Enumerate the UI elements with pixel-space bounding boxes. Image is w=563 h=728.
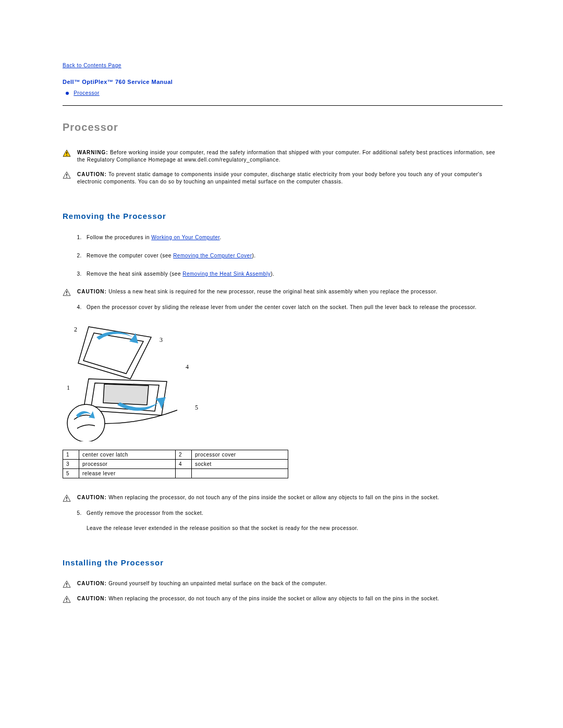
table-row: 1 center cover latch 2 processor cover	[63, 450, 288, 460]
warning-notice: WARNING: Before working inside your comp…	[63, 149, 503, 164]
callout-3: 3	[160, 336, 163, 344]
caution-notice-pins: CAUTION: When replacing the processor, d…	[63, 494, 503, 502]
table-row: 3 processor 4 socket	[63, 460, 288, 469]
heading-removing: Removing the Processor	[63, 212, 503, 220]
svg-rect-7	[66, 291, 67, 293]
removing-steps: Follow the procedures in Working on Your…	[63, 233, 503, 278]
cell-label: processor	[79, 460, 176, 469]
warning-text: WARNING: Before working inside your comp…	[77, 149, 503, 164]
step-3: Remove the heat sink assembly (see Remov…	[83, 270, 503, 278]
cell-label: processor cover	[192, 450, 288, 460]
svg-rect-16	[66, 497, 67, 499]
caution-body: To prevent static damage to components i…	[77, 171, 482, 184]
cell-label: socket	[192, 460, 288, 469]
step-3-before: Remove the heat sink assembly (see	[87, 271, 182, 277]
step-5: Gently remove the processor from the soc…	[83, 509, 503, 532]
manual-title: Dell™ OptiPlex™ 760 Service Manual	[63, 79, 503, 85]
callout-5: 5	[195, 404, 199, 412]
caution-body: When replacing the processor, do not tou…	[108, 596, 439, 601]
step-2: Remove the computer cover (see Removing …	[83, 252, 503, 260]
caution-icon	[63, 494, 75, 502]
caution-notice-ground: CAUTION: Ground yourself by touching an …	[63, 580, 503, 588]
step-5-text: Gently remove the processor from the soc…	[87, 510, 203, 516]
svg-point-14	[67, 404, 105, 441]
svg-rect-2	[66, 155, 67, 156]
cell-num: 3	[63, 460, 79, 469]
processor-diagram: 1 2 3 4 5	[63, 322, 503, 441]
caution-notice-pins-2: CAUTION: When replacing the processor, d…	[63, 595, 503, 603]
caution-icon	[63, 288, 75, 296]
step-1-after: .	[220, 235, 222, 240]
caution-icon	[63, 580, 75, 588]
warning-icon	[63, 149, 75, 157]
caution-text: CAUTION: Unless a new heat sink is requi…	[77, 288, 503, 295]
link-removing-heatsink[interactable]: Removing the Heat Sink Assembly	[182, 271, 271, 277]
removing-steps-cont2: Gently remove the processor from the soc…	[63, 509, 503, 532]
caution-text: CAUTION: Ground yourself by touching an …	[77, 580, 503, 587]
cell-num	[176, 469, 192, 478]
svg-rect-1	[66, 152, 67, 154]
caution-text: CAUTION: When replacing the processor, d…	[77, 494, 503, 501]
cell-num: 2	[176, 450, 192, 460]
caution-label: CAUTION:	[77, 581, 107, 586]
svg-rect-20	[66, 586, 67, 587]
heading-processor: Processor	[63, 121, 503, 133]
caution-icon	[63, 171, 75, 179]
cell-num: 1	[63, 450, 79, 460]
link-removing-cover[interactable]: Removing the Computer Cover	[173, 253, 252, 258]
step-1: Follow the procedures in Working on Your…	[83, 233, 503, 241]
caution-label: CAUTION:	[77, 171, 107, 177]
link-working-on-computer[interactable]: Working on Your Computer	[151, 235, 219, 240]
callout-2: 2	[74, 326, 78, 334]
cell-num: 5	[63, 469, 79, 478]
caution-text: CAUTION: To prevent static damage to com…	[77, 171, 503, 186]
callout-1: 1	[67, 384, 70, 392]
cell-num: 4	[176, 460, 192, 469]
caution-body: Unless a new heat sink is required for t…	[108, 289, 437, 294]
caution-body: When replacing the processor, do not tou…	[108, 495, 439, 500]
caution-label: CAUTION:	[77, 596, 107, 601]
toc-processor-link[interactable]: Processor	[74, 90, 100, 96]
warning-body: Before working inside your computer, rea…	[77, 150, 495, 163]
callout-4: 4	[186, 363, 189, 371]
caution-body: Ground yourself by touching an unpainted…	[108, 581, 327, 586]
svg-rect-4	[66, 174, 67, 176]
divider	[63, 105, 503, 106]
heading-installing: Installing the Processor	[63, 558, 503, 567]
svg-marker-9	[78, 327, 151, 379]
table-row: 5 release lever	[63, 469, 288, 478]
svg-rect-19	[66, 583, 67, 585]
removing-steps-cont: Open the processor cover by sliding the …	[63, 303, 503, 311]
caution-text: CAUTION: When replacing the processor, d…	[77, 595, 503, 602]
cell-label: release lever	[79, 469, 176, 478]
toc-row: Processor	[63, 90, 503, 96]
svg-rect-23	[66, 601, 67, 602]
svg-rect-5	[66, 177, 67, 178]
step-2-after: ).	[252, 253, 255, 258]
cell-label: center cover latch	[79, 450, 176, 460]
svg-rect-8	[66, 294, 67, 295]
svg-rect-17	[66, 500, 67, 501]
step-2-before: Remove the computer cover (see	[87, 253, 173, 258]
caution-label: CAUTION:	[77, 289, 107, 294]
diagram-image: 1 2 3 4 5	[63, 322, 198, 441]
step-1-before: Follow the procedures in	[87, 235, 151, 240]
caution-notice-static: CAUTION: To prevent static damage to com…	[63, 171, 503, 186]
back-to-contents-link[interactable]: Back to Contents Page	[63, 63, 121, 68]
step-3-after: ).	[271, 271, 274, 277]
parts-table: 1 center cover latch 2 processor cover 3…	[63, 450, 288, 478]
warning-label: WARNING:	[77, 150, 108, 155]
caution-notice-heatsink: CAUTION: Unless a new heat sink is requi…	[63, 288, 503, 296]
caution-icon	[63, 595, 75, 603]
caution-label: CAUTION:	[77, 495, 107, 500]
page: Back to Contents Page Dell™ OptiPlex™ 76…	[0, 0, 563, 641]
step-5-note: Leave the release lever extended in the …	[87, 524, 503, 532]
bullet-icon	[66, 92, 69, 95]
cell-label	[192, 469, 288, 478]
svg-marker-13	[103, 384, 149, 405]
svg-rect-22	[66, 598, 67, 600]
step-4: Open the processor cover by sliding the …	[83, 303, 503, 311]
